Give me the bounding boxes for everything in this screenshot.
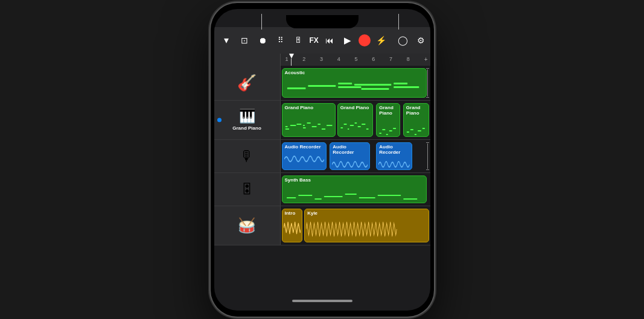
clip-acoustic-midi	[282, 77, 426, 93]
svg-rect-23	[354, 122, 357, 124]
piano-dot	[217, 118, 222, 122]
clip-audio-2[interactable]: Audio Recorder	[330, 142, 370, 170]
svg-rect-17	[321, 128, 325, 130]
guitar-icon: 🎸	[237, 74, 257, 92]
clip-kyle[interactable]: Kyle	[304, 209, 429, 242]
clip-intro[interactable]: Intro	[282, 209, 303, 242]
svg-rect-34	[415, 134, 416, 135]
track-piano: 🎹 Grand Piano Grand Piano	[214, 101, 430, 140]
track-piano-content: Grand Piano	[281, 101, 430, 139]
svg-rect-38	[298, 195, 312, 196]
rewind-icon[interactable]: ⏮	[322, 36, 337, 45]
svg-rect-22	[349, 125, 353, 126]
svg-rect-28	[383, 129, 386, 130]
svg-rect-26	[366, 128, 369, 130]
svg-rect-1	[308, 85, 336, 87]
record-button[interactable]	[359, 34, 371, 46]
track-drums: 🥁 Intro Kyle	[214, 206, 430, 245]
svg-rect-15	[311, 126, 316, 127]
svg-rect-2	[338, 83, 352, 84]
svg-rect-6	[394, 83, 407, 84]
svg-rect-10	[285, 126, 287, 127]
svg-rect-41	[345, 194, 356, 195]
clip-piano-4[interactable]: Grand Piano	[403, 103, 429, 137]
svg-rect-25	[362, 124, 365, 125]
fx-label[interactable]: FX	[310, 36, 319, 45]
ruler-marks: 1 2 3 4 5 6 7 8 +	[283, 56, 430, 63]
svg-rect-16	[317, 124, 320, 125]
dropdown-icon[interactable]: ▾	[219, 34, 234, 46]
svg-rect-40	[324, 196, 342, 197]
svg-rect-29	[386, 134, 388, 135]
drums-icon: 🥁	[238, 217, 256, 234]
track-synth-content: Synth Bass	[281, 173, 430, 206]
svg-rect-12	[302, 127, 305, 128]
clip-synth[interactable]: Synth Bass	[282, 175, 427, 203]
ruler-mark-3: 3	[320, 56, 337, 63]
track-piano-header[interactable]: 🎹 Grand Piano	[214, 101, 281, 139]
svg-rect-19	[340, 127, 343, 128]
mixer-icon[interactable]: 🎚	[292, 36, 306, 45]
svg-rect-8	[285, 128, 289, 130]
svg-rect-30	[389, 130, 392, 131]
clip-piano-2-title: Grand Piano	[338, 104, 373, 112]
track-acoustic-content: Acoustic	[281, 66, 430, 100]
bracket-right-audio	[426, 142, 429, 170]
toolbar: ▾ ⊡ ⏺ ⠿ 🎚 FX ⏮ ▶ ⚡ ◯ ⚙	[214, 27, 430, 54]
track-audio: 🎙 Audio Recorder Audio Recorder	[214, 140, 430, 173]
clip-kyle-wave	[305, 217, 428, 241]
phone-screen: ▾ ⊡ ⏺ ⠿ 🎚 FX ⏮ ▶ ⚡ ◯ ⚙ 1 2	[214, 9, 430, 311]
clip-piano-2[interactable]: Grand Piano	[337, 103, 374, 137]
home-indicator	[292, 300, 352, 302]
settings-icon[interactable]: ⚙	[414, 36, 429, 45]
clip-audio-2-title: Audio Recorder	[330, 143, 369, 156]
track-drums-header[interactable]: 🥁	[214, 206, 281, 245]
svg-rect-32	[407, 131, 409, 133]
metronome-icon[interactable]: ⚡	[374, 36, 389, 45]
clip-piano-3[interactable]: Grand Piano	[376, 103, 400, 137]
playhead-triangle	[289, 54, 294, 58]
svg-rect-4	[354, 84, 391, 86]
ruler-plus[interactable]: +	[424, 56, 428, 63]
svg-rect-39	[314, 198, 322, 200]
ruler-mark-6: 6	[372, 56, 389, 63]
svg-rect-3	[338, 86, 361, 88]
svg-rect-14	[307, 122, 311, 124]
playhead-line	[291, 58, 292, 66]
mic-icon[interactable]: ⏺	[255, 36, 270, 45]
svg-rect-0	[287, 87, 305, 89]
track-synth-header[interactable]: 🎛	[214, 173, 281, 206]
clip-audio-3[interactable]: Audio Recorder	[376, 142, 412, 170]
track-audio-content: Audio Recorder Audio Recorder	[281, 140, 430, 172]
svg-rect-33	[410, 129, 413, 130]
clip-audio-1[interactable]: Audio Recorder	[282, 142, 327, 170]
svg-rect-21	[348, 128, 349, 130]
clip-piano-1[interactable]: Grand Piano	[282, 103, 336, 137]
clip-audio-1-wave	[282, 151, 326, 168]
grid-icon[interactable]: ⠿	[273, 36, 288, 45]
ruler-mark-8: 8	[407, 56, 424, 63]
track-acoustic-header[interactable]: 🎸	[214, 66, 281, 100]
track-audio-header[interactable]: 🎙	[214, 140, 281, 172]
clip-synth-title: Synth Bass	[282, 176, 426, 184]
ruler-mark-7: 7	[389, 56, 407, 63]
svg-rect-27	[379, 133, 381, 134]
bracket-right-acoustic	[426, 68, 429, 98]
clip-audio-1-title: Audio Recorder	[282, 143, 326, 151]
svg-rect-5	[361, 88, 389, 90]
layout-icon[interactable]: ⊡	[237, 36, 252, 45]
phone-frame: ▾ ⊡ ⏺ ⠿ 🎚 FX ⏮ ▶ ⚡ ◯ ⚙ 1 2	[211, 3, 434, 317]
clip-audio-3-wave	[377, 156, 412, 170]
clip-piano-4-title: Grand Piano	[404, 104, 429, 117]
notch	[286, 15, 359, 28]
headphone-icon[interactable]: ◯	[396, 35, 410, 46]
play-icon[interactable]: ▶	[340, 35, 355, 46]
svg-rect-20	[343, 124, 346, 125]
piano-icon: 🎹	[239, 109, 255, 124]
clip-intro-wave	[282, 217, 302, 239]
clip-acoustic[interactable]: Acoustic	[282, 68, 427, 98]
ruler-mark-5: 5	[355, 56, 372, 63]
clip-piano-4-midi	[404, 117, 429, 137]
annotation-line-left	[261, 14, 262, 30]
clip-piano-1-midi	[282, 112, 335, 133]
